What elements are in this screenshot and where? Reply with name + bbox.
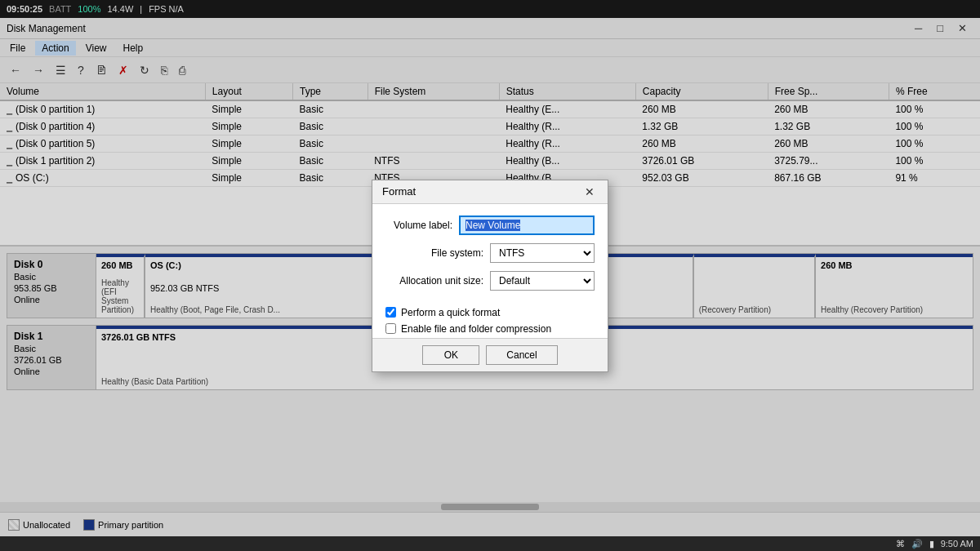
volume-label-text: Volume label: xyxy=(385,220,452,231)
modal-checkboxes: Perform a quick format Enable file and f… xyxy=(372,302,608,338)
quick-format-checkbox[interactable] xyxy=(385,307,396,318)
modal-title-bar: Format ✕ xyxy=(372,180,608,204)
compression-label[interactable]: Enable file and folder compression xyxy=(385,323,595,335)
compression-checkbox[interactable] xyxy=(385,323,396,334)
modal-body: Volume label: File system: NTFS FAT32 ex… xyxy=(372,204,608,302)
modal-footer: OK Cancel xyxy=(372,338,608,371)
compression-text: Enable file and folder compression xyxy=(401,323,551,335)
modal-title: Format xyxy=(382,185,416,198)
volume-label-field: Volume label: xyxy=(385,216,595,235)
cancel-button[interactable]: Cancel xyxy=(486,345,557,365)
quick-format-text: Perform a quick format xyxy=(401,307,500,318)
alloc-unit-select[interactable]: Default 512 1024 2048 4096 xyxy=(490,271,595,291)
ok-button[interactable]: OK xyxy=(422,345,479,365)
format-dialog: Format ✕ Volume label: File system: NTFS… xyxy=(372,180,608,372)
file-system-field: File system: NTFS FAT32 exFAT xyxy=(385,243,595,263)
quick-format-label[interactable]: Perform a quick format xyxy=(385,307,595,318)
modal-close-button[interactable]: ✕ xyxy=(581,185,598,198)
alloc-unit-label: Allocation unit size: xyxy=(385,275,483,287)
file-system-label: File system: xyxy=(385,247,483,259)
file-system-select[interactable]: NTFS FAT32 exFAT xyxy=(490,243,595,263)
alloc-unit-field: Allocation unit size: Default 512 1024 2… xyxy=(385,271,595,291)
modal-overlay: Format ✕ Volume label: File system: NTFS… xyxy=(0,0,980,551)
volume-label-input[interactable] xyxy=(459,216,595,235)
